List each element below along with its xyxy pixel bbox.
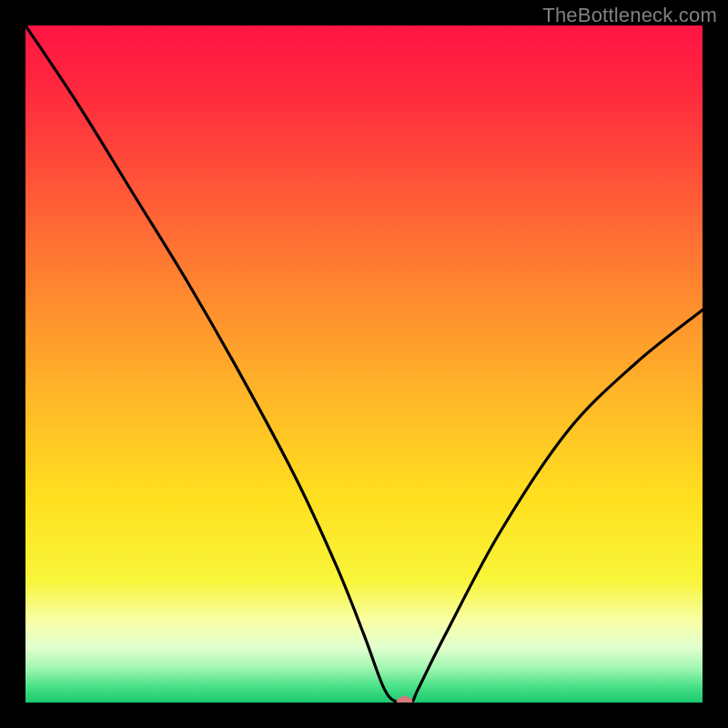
bottleneck-chart	[25, 25, 703, 703]
chart-frame: TheBottleneck.com	[0, 0, 728, 728]
watermark-text: TheBottleneck.com	[542, 4, 717, 27]
chart-background-gradient	[25, 25, 703, 703]
